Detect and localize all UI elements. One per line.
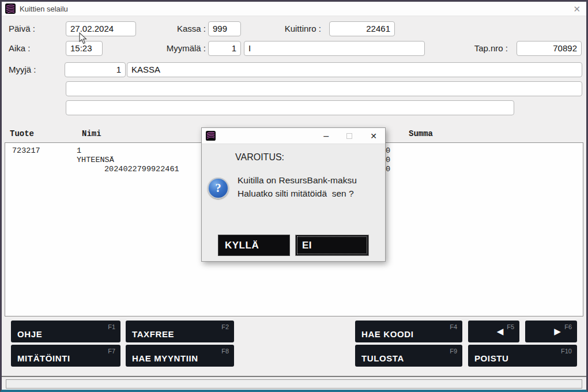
bottom-divider — [2, 376, 586, 377]
hae-koodi-button[interactable]: HAE KOODI F4 — [355, 321, 462, 342]
column-header-tuote: Tuote — [10, 129, 34, 138]
line-tuote: 723217 — [12, 146, 40, 155]
dialog-logo-icon — [206, 131, 216, 141]
window-title: Kuittien selailu — [20, 2, 68, 16]
myyja-label: Myyjä : — [9, 62, 36, 77]
taxfree-button-label: TAXFREE — [132, 329, 174, 339]
line-nimi: YHTEENSÄ — [77, 156, 114, 164]
ohje-button[interactable]: OHJE F1 — [11, 321, 120, 342]
kylla-button[interactable]: KYLLÄ — [218, 235, 290, 256]
dialog-minimize-icon[interactable]: – — [323, 128, 329, 144]
line-reference: 2024022799922461 — [104, 165, 179, 174]
kassa-field[interactable]: 999 — [208, 21, 241, 36]
previous-receipt-button[interactable]: ◀ F5 — [468, 321, 519, 342]
previous-fkey: F5 — [507, 323, 514, 330]
myyja-number-field[interactable]: 1 — [65, 62, 126, 77]
warning-dialog: – ✕ VAROITUS: ? Kuitilla on ResursBank-m… — [201, 127, 386, 262]
myymala-name-field[interactable]: I — [244, 41, 425, 56]
ei-button[interactable]: EI — [295, 235, 369, 256]
taxfree-fkey: F2 — [221, 323, 229, 330]
poistu-fkey: F10 — [561, 348, 572, 355]
hae-myyntiin-button-label: HAE MYYNTIIN — [132, 353, 198, 363]
kuittinro-label: Kuittinro : — [265, 21, 321, 36]
dialog-maximize-icon — [346, 133, 352, 139]
kuittinro-field[interactable]: 22461 — [329, 21, 395, 36]
titlebar: Kuittien selailu ✕ — [2, 2, 586, 16]
mitatointi-button-label: MITÄTÖINTI — [17, 353, 70, 363]
hae-koodi-button-label: HAE KOODI — [361, 329, 413, 339]
app-logo-icon — [5, 3, 16, 14]
question-icon: ? — [208, 178, 229, 199]
line-summa-partial: 0 — [386, 165, 390, 174]
tapnro-field[interactable]: 70892 — [517, 41, 582, 56]
column-header-summa: Summa — [409, 129, 433, 138]
dialog-heading: VAROITUS: — [235, 152, 284, 163]
ohje-fkey: F1 — [108, 323, 115, 330]
aika-field[interactable]: 15:23 — [66, 41, 103, 56]
status-bar — [6, 379, 582, 389]
extra-field-1[interactable] — [66, 81, 582, 96]
mitatointi-button[interactable]: MITÄTÖINTI F7 — [11, 345, 120, 367]
ohje-button-label: OHJE — [17, 329, 42, 339]
column-header-nimi: Nimi — [82, 129, 101, 138]
myymala-label: Myymälä : — [138, 41, 206, 56]
line-summa-partial: 0 — [386, 146, 390, 155]
tulosta-fkey: F9 — [450, 348, 457, 355]
extra-field-2[interactable] — [66, 100, 514, 115]
next-receipt-button[interactable]: ▶ F6 — [525, 321, 577, 342]
aika-label: Aika : — [9, 41, 31, 56]
tapnro-label: Tap.nro : — [443, 41, 508, 56]
line-summa-partial: 0 — [386, 156, 390, 164]
question-glyph: ? — [215, 181, 221, 195]
hae-myyntiin-fkey: F8 — [221, 348, 229, 355]
app-window: Kuittien selailu ✕ Päivä : 27.02.2024 Ka… — [0, 0, 588, 392]
tulosta-button-label: TULOSTA — [361, 353, 404, 363]
dialog-close-icon[interactable]: ✕ — [370, 131, 377, 141]
tulosta-button[interactable]: TULOSTA F9 — [355, 345, 462, 367]
window-close-icon[interactable]: ✕ — [573, 2, 581, 16]
hae-myyntiin-button[interactable]: HAE MYYNTIIN F8 — [126, 345, 234, 367]
next-fkey: F6 — [564, 323, 572, 330]
poistu-button-label: POISTU — [474, 353, 508, 363]
taxfree-button[interactable]: TAXFREE F2 — [126, 321, 234, 342]
myyja-name-field[interactable]: KASSA — [127, 62, 582, 77]
paiva-field[interactable]: 27.02.2024 — [66, 21, 136, 36]
dialog-message-line2: Haluatko silti mitätöidä sen ? — [238, 189, 354, 199]
poistu-button[interactable]: POISTU F10 — [468, 345, 577, 367]
kassa-label: Kassa : — [138, 21, 206, 36]
hae-koodi-fkey: F4 — [450, 323, 457, 330]
paiva-label: Päivä : — [9, 21, 35, 36]
mitatointi-fkey: F7 — [108, 348, 115, 355]
line-nimi: 1 — [77, 146, 81, 155]
myymala-number-field[interactable]: 1 — [208, 41, 241, 56]
dialog-titlebar: – ✕ — [202, 128, 385, 144]
dialog-message-line1: Kuitilla on ResursBank-maksu — [238, 175, 357, 186]
